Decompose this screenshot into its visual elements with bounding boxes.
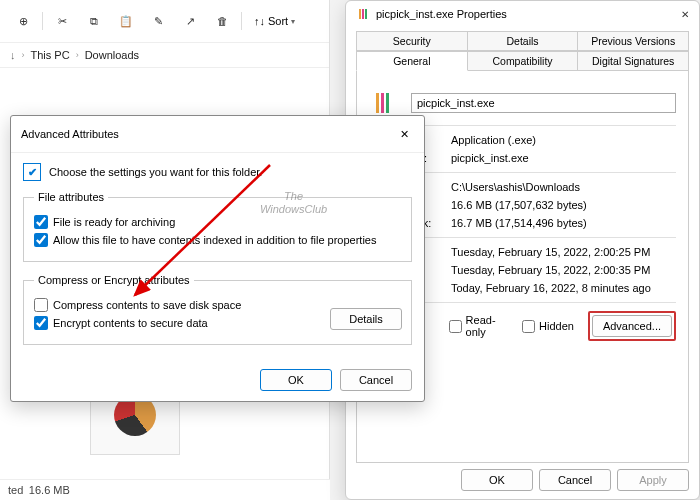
compress-label: Compress contents to save disk space bbox=[53, 299, 241, 311]
advanced-attributes-dialog: Advanced Attributes ✕ ✔ Choose the setti… bbox=[10, 115, 425, 402]
compress-encrypt-group: Compress or Encrypt attributes Compress … bbox=[23, 274, 412, 345]
tab-general[interactable]: General bbox=[356, 51, 468, 71]
app-icon bbox=[356, 7, 370, 21]
copy-icon[interactable]: ⧉ bbox=[81, 8, 107, 34]
ok-button[interactable]: OK bbox=[260, 369, 332, 391]
filename-input[interactable] bbox=[411, 93, 676, 113]
breadcrumb-root[interactable]: This PC bbox=[31, 49, 70, 61]
advanced-button[interactable]: Advanced... bbox=[592, 315, 672, 337]
readonly-checkbox[interactable] bbox=[449, 320, 462, 333]
created-value: Tuesday, February 15, 2022, 2:00:25 PM bbox=[451, 246, 650, 258]
explorer-toolbar: ⊕ ✂ ⧉ 📋 ✎ ↗ 🗑 ↑↓ Sort ▾ bbox=[0, 0, 329, 43]
properties-title: picpick_inst.exe Properties bbox=[376, 8, 507, 20]
cancel-button[interactable]: Cancel bbox=[340, 369, 412, 391]
archive-row[interactable]: File is ready for archiving bbox=[34, 215, 401, 229]
breadcrumb-folder[interactable]: Downloads bbox=[85, 49, 139, 61]
hidden-checkbox[interactable] bbox=[522, 320, 535, 333]
hidden-row[interactable]: Hidden bbox=[522, 320, 574, 333]
cancel-button[interactable]: Cancel bbox=[539, 469, 611, 491]
close-icon[interactable]: ✕ bbox=[394, 124, 414, 144]
group-compress-encrypt: Compress or Encrypt attributes bbox=[34, 274, 194, 286]
cut-icon[interactable]: ✂ bbox=[49, 8, 75, 34]
readonly-label: Read-only bbox=[466, 314, 508, 338]
sort-menu[interactable]: ↑↓ Sort ▾ bbox=[248, 12, 301, 30]
details-button[interactable]: Details bbox=[330, 308, 402, 330]
svg-rect-6 bbox=[386, 93, 389, 113]
svg-rect-2 bbox=[362, 9, 364, 19]
breadcrumb[interactable]: ↓ › This PC › Downloads bbox=[0, 43, 329, 68]
rename-icon[interactable]: ✎ bbox=[145, 8, 171, 34]
index-label: Allow this file to have contents indexed… bbox=[53, 234, 376, 246]
archive-label: File is ready for archiving bbox=[53, 216, 175, 228]
svg-rect-1 bbox=[359, 9, 361, 19]
ok-button[interactable]: OK bbox=[461, 469, 533, 491]
new-folder-icon[interactable]: ⊕ bbox=[10, 8, 36, 34]
properties-footer: OK Cancel Apply bbox=[461, 469, 689, 491]
sort-label: Sort bbox=[268, 15, 288, 27]
tab-security[interactable]: Security bbox=[356, 31, 468, 51]
file-type-icon bbox=[369, 89, 397, 117]
chevron-down-icon: ▾ bbox=[291, 17, 295, 26]
size-value: 16.6 MB (17,507,632 bytes) bbox=[451, 199, 587, 211]
status-size: 16.6 MB bbox=[29, 484, 70, 496]
file-attributes-group: File attributes File is ready for archiv… bbox=[23, 191, 412, 262]
dialog-titlebar: Advanced Attributes ✕ bbox=[11, 116, 424, 153]
close-icon[interactable]: ✕ bbox=[681, 9, 689, 20]
intro-text: Choose the settings you want for this fo… bbox=[49, 166, 262, 178]
advanced-highlight: Advanced... bbox=[588, 311, 676, 341]
tab-previous-versions[interactable]: Previous Versions bbox=[578, 31, 689, 51]
modified-value: Tuesday, February 15, 2022, 2:00:35 PM bbox=[451, 264, 650, 276]
compress-checkbox[interactable] bbox=[34, 298, 48, 312]
share-icon[interactable]: ↗ bbox=[177, 8, 203, 34]
status-bar: ted 16.6 MB bbox=[0, 479, 330, 500]
properties-tabs: Security Details Previous Versions Gener… bbox=[346, 27, 699, 71]
svg-rect-4 bbox=[376, 93, 379, 113]
properties-titlebar: picpick_inst.exe Properties ✕ bbox=[346, 1, 699, 27]
apply-button[interactable]: Apply bbox=[617, 469, 689, 491]
encrypt-checkbox[interactable] bbox=[34, 316, 48, 330]
type-value: Application (.exe) bbox=[451, 134, 536, 146]
description-value: picpick_inst.exe bbox=[451, 152, 529, 164]
tab-compatibility[interactable]: Compatibility bbox=[468, 51, 579, 71]
sort-icon: ↑↓ bbox=[254, 15, 265, 27]
size-on-disk-value: 16.7 MB (17,514,496 bytes) bbox=[451, 217, 587, 229]
location-value: C:\Users\ashis\Downloads bbox=[451, 181, 580, 193]
archive-checkbox[interactable] bbox=[34, 215, 48, 229]
readonly-row[interactable]: Read-only bbox=[449, 314, 508, 338]
intro-row: ✔ Choose the settings you want for this … bbox=[23, 163, 412, 181]
hidden-label: Hidden bbox=[539, 320, 574, 332]
delete-icon[interactable]: 🗑 bbox=[209, 8, 235, 34]
tab-digital-signatures[interactable]: Digital Signatures bbox=[578, 51, 689, 71]
index-row[interactable]: Allow this file to have contents indexed… bbox=[34, 233, 401, 247]
index-checkbox[interactable] bbox=[34, 233, 48, 247]
dialog-title: Advanced Attributes bbox=[21, 128, 119, 140]
tab-details[interactable]: Details bbox=[468, 31, 579, 51]
nav-down-icon[interactable]: ↓ bbox=[10, 49, 16, 61]
svg-rect-3 bbox=[365, 9, 367, 19]
paste-icon[interactable]: 📋 bbox=[113, 8, 139, 34]
group-file-attributes: File attributes bbox=[34, 191, 108, 203]
encrypt-label: Encrypt contents to secure data bbox=[53, 317, 208, 329]
accessed-value: Today, February 16, 2022, 8 minutes ago bbox=[451, 282, 651, 294]
svg-rect-5 bbox=[381, 93, 384, 113]
folder-settings-icon: ✔ bbox=[23, 163, 41, 181]
